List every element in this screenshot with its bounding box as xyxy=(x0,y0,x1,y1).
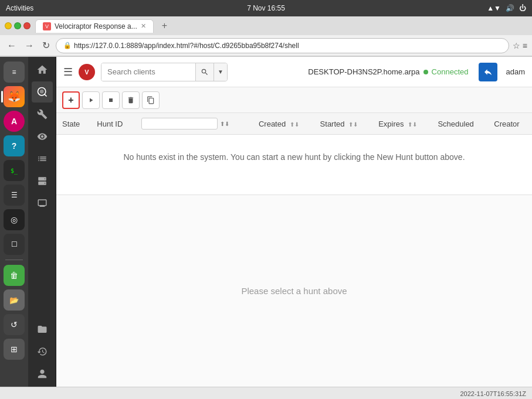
app-sidebar xyxy=(28,57,56,387)
dock-ubuntu-software[interactable]: A xyxy=(4,111,25,132)
browser-toolbar-right: ☆ ≡ xyxy=(513,41,527,50)
connection-dot xyxy=(423,70,428,74)
col-creator: Creator xyxy=(488,113,532,135)
activities-label[interactable]: Activities xyxy=(6,4,33,12)
star-icon[interactable]: ☆ xyxy=(513,41,520,50)
dock-activities[interactable]: ≡ xyxy=(4,62,25,83)
dock-vm[interactable]: ☐ xyxy=(4,234,25,255)
dock-notes[interactable]: ☰ xyxy=(4,185,25,206)
browser-toolbar: ← → ↻ 🔒 https://127.0.0.1:8889/app/index… xyxy=(0,35,532,56)
close-btn[interactable] xyxy=(23,22,31,29)
sidebar-item-wrench[interactable] xyxy=(32,104,53,125)
maximize-btn[interactable] xyxy=(14,22,21,29)
description-filter-arrow: ⬆⬇ xyxy=(220,121,229,127)
power-icon: ⏻ xyxy=(519,4,526,12)
dock-trash[interactable]: 🗑 xyxy=(4,265,25,286)
play-btn[interactable] xyxy=(82,91,100,109)
app-header: ☰ V ▼ DESKTOP-DH3NS2P.home.arpa Connecte… xyxy=(56,57,532,87)
connection-host: DESKTOP-DH3NS2P.home.arpa xyxy=(308,67,419,76)
status-bar: 2022-11-07T16:55:31Z xyxy=(0,387,532,399)
dock-history[interactable]: ↺ xyxy=(4,314,25,335)
url-text: https://127.0.0.1:8889/app/index.html?#/… xyxy=(74,42,299,50)
velociraptor-logo: V xyxy=(79,64,95,80)
volume-icon: 🔊 xyxy=(506,4,514,12)
description-filter[interactable] xyxy=(141,118,218,129)
delete-btn[interactable] xyxy=(122,91,140,109)
dock-separator xyxy=(5,260,23,260)
col-state: State xyxy=(56,113,91,135)
stop-btn[interactable] xyxy=(102,91,120,109)
sidebar-item-folder[interactable] xyxy=(32,319,53,340)
back-btn[interactable]: ← xyxy=(5,39,19,52)
network-icon: ▲▼ xyxy=(487,4,501,12)
col-hunt-id: Hunt ID xyxy=(91,113,135,135)
col-expires: Expires ⬆⬇ xyxy=(372,113,432,135)
tab-favicon: V xyxy=(43,22,51,30)
empty-state-message: No hunts exist in the system. You can st… xyxy=(56,135,532,179)
new-hunt-btn[interactable]: + xyxy=(62,91,80,109)
connection-info: DESKTOP-DH3NS2P.home.arpa Connected xyxy=(308,67,468,76)
svg-point-2 xyxy=(39,90,43,94)
browser-chrome: V Velociraptor Response a... ✕ + ← → ↻ 🔒… xyxy=(0,16,532,57)
dock-files[interactable]: 📂 xyxy=(4,289,25,311)
dock-disk[interactable]: ◎ xyxy=(4,209,25,230)
connection-label: Connected xyxy=(432,67,469,76)
url-bar[interactable]: 🔒 https://127.0.0.1:8889/app/index.html?… xyxy=(56,38,509,53)
menu-icon[interactable]: ≡ xyxy=(523,41,527,50)
clock: 7 Nov 16:55 xyxy=(247,4,285,12)
sidebar-item-home[interactable] xyxy=(32,59,53,80)
col-started: Started ⬆⬇ xyxy=(314,113,373,135)
hamburger-btn[interactable]: ☰ xyxy=(63,66,73,79)
tab-close-btn[interactable]: ✕ xyxy=(141,22,146,30)
lock-icon: 🔒 xyxy=(63,42,72,49)
sidebar-item-list[interactable] xyxy=(32,148,53,169)
dock-terminal[interactable]: $_ xyxy=(4,160,25,181)
empty-state-row: No hunts exist in the system. You can st… xyxy=(56,135,532,180)
expires-sort[interactable]: ⬆⬇ xyxy=(408,121,417,128)
sidebar-item-history[interactable] xyxy=(32,341,53,362)
sidebar-item-user[interactable] xyxy=(32,363,53,384)
col-created: Created ⬆⬇ xyxy=(253,113,314,135)
action-btn[interactable] xyxy=(479,63,497,81)
minimize-btn[interactable] xyxy=(5,22,12,29)
hunt-table: State Hunt ID ⬆⬇ Created xyxy=(56,113,532,179)
browser-tab[interactable]: V Velociraptor Response a... ✕ xyxy=(35,19,154,33)
user-label: adam xyxy=(506,67,525,76)
new-tab-btn[interactable]: + xyxy=(158,21,171,31)
timestamp: 2022-11-07T16:55:31Z xyxy=(460,390,526,397)
os-topbar-center: 7 Nov 16:55 xyxy=(247,4,285,12)
sidebar-item-hunt[interactable] xyxy=(32,81,53,103)
ubuntu-dock: ≡ 🦊 A ? $_ ☰ ◎ ☐ 🗑 📂 ↺ ⊞ xyxy=(0,57,28,387)
svg-rect-3 xyxy=(109,98,113,102)
os-topbar-right: ▲▼ 🔊 ⏻ xyxy=(487,4,526,12)
os-topbar: Activities 7 Nov 16:55 ▲▼ 🔊 ⏻ xyxy=(0,0,532,16)
main-content: ☰ V ▼ DESKTOP-DH3NS2P.home.arpa Connecte… xyxy=(56,57,532,387)
search-button[interactable] xyxy=(195,63,214,81)
refresh-btn[interactable]: ↻ xyxy=(40,39,52,52)
col-description: ⬆⬇ xyxy=(135,113,253,135)
copy-btn[interactable] xyxy=(142,91,160,109)
started-sort[interactable]: ⬆⬇ xyxy=(348,121,358,128)
search-container: ▼ xyxy=(101,63,228,81)
hunt-detail-placeholder: Please select a hunt above xyxy=(241,286,347,296)
sidebar-item-eye[interactable] xyxy=(32,126,53,147)
hunt-table-container: State Hunt ID ⬆⬇ Created xyxy=(56,113,532,195)
svg-line-1 xyxy=(44,94,46,97)
sidebar-item-server[interactable] xyxy=(32,170,53,192)
dock-grid[interactable]: ⊞ xyxy=(4,339,25,360)
hunt-detail: Please select a hunt above xyxy=(56,195,532,387)
sidebar-item-monitor[interactable] xyxy=(32,193,53,214)
created-sort[interactable]: ⬆⬇ xyxy=(290,121,299,128)
search-dropdown-btn[interactable]: ▼ xyxy=(214,63,227,81)
browser-titlebar: V Velociraptor Response a... ✕ + xyxy=(0,16,532,35)
forward-btn[interactable]: → xyxy=(22,39,36,52)
tab-title: Velociraptor Response a... xyxy=(55,22,137,30)
dock-help[interactable]: ? xyxy=(4,135,25,156)
col-scheduled: Scheduled xyxy=(432,113,488,135)
os-topbar-left: Activities xyxy=(6,4,33,12)
window-controls xyxy=(5,22,31,29)
dock-firefox[interactable]: 🦊 xyxy=(4,86,25,107)
search-input[interactable] xyxy=(101,63,195,81)
table-header-row: State Hunt ID ⬆⬇ Created xyxy=(56,113,532,135)
hunt-toolbar: + xyxy=(56,87,532,113)
